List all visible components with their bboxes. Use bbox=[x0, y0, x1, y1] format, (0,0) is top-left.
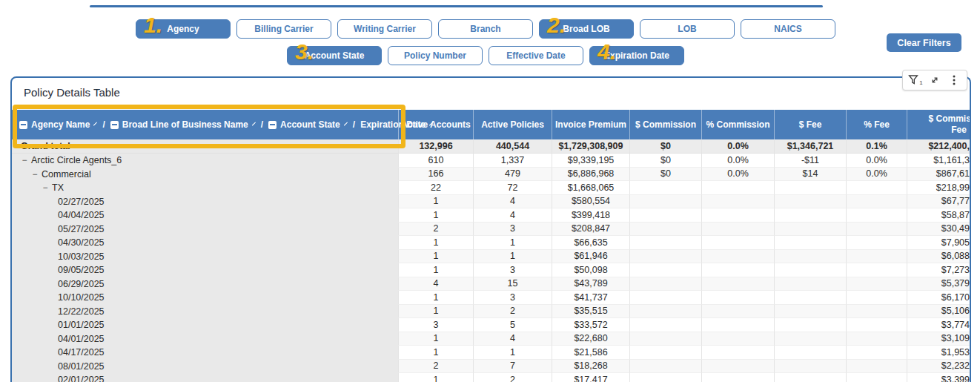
filter-button-effective-date[interactable]: Effective Date bbox=[489, 46, 583, 65]
group-column-header[interactable]: Agency Name/Broad Line of Business Name/… bbox=[12, 110, 398, 139]
value-cell: 2 bbox=[398, 360, 473, 374]
annotation-number-1: 1. bbox=[144, 14, 162, 36]
value-cell: 0.1% bbox=[846, 139, 907, 154]
table-row: 01/01/202535$33,572$3,774 bbox=[12, 318, 971, 332]
column-header-commission[interactable]: % Commission bbox=[701, 110, 774, 139]
collapse-icon[interactable]: − bbox=[21, 155, 28, 165]
filter-row-2: Account State3.Policy NumberEffective Da… bbox=[287, 46, 684, 65]
table-row: 06/29/2025415$43,789$5,379 bbox=[12, 277, 971, 292]
value-cell bbox=[846, 250, 907, 264]
clear-filters-button[interactable]: Clear Filters bbox=[887, 33, 961, 52]
chevron-down-icon[interactable] bbox=[252, 122, 256, 125]
filter-button-writing-carrier[interactable]: Writing Carrier bbox=[337, 19, 432, 39]
chevron-down-icon[interactable] bbox=[344, 122, 348, 125]
row-label-cell: −TX bbox=[12, 181, 398, 195]
filter-button-agency[interactable]: Agency1. bbox=[136, 19, 231, 39]
collapse-icon[interactable]: − bbox=[42, 182, 49, 193]
value-cell: 3 bbox=[398, 318, 473, 332]
group-header-separator: / bbox=[261, 119, 263, 130]
table-expand-icon[interactable] bbox=[925, 71, 944, 89]
value-cell: 1 bbox=[473, 250, 552, 264]
value-cell bbox=[629, 208, 701, 223]
column-header-commission-fee[interactable]: $ Commission Fee bbox=[907, 110, 971, 139]
value-cell bbox=[774, 236, 846, 250]
value-cell bbox=[846, 346, 907, 360]
value-cell: $22,680 bbox=[552, 332, 629, 346]
column-header-fee[interactable]: $ Fee bbox=[774, 110, 846, 139]
value-cell: $0 bbox=[629, 139, 701, 154]
value-cell: 72 bbox=[473, 181, 552, 195]
value-cell bbox=[629, 373, 701, 382]
filter-button-billing-carrier[interactable]: Billing Carrier bbox=[236, 19, 331, 39]
collapse-icon[interactable] bbox=[110, 121, 119, 129]
collapse-icon[interactable] bbox=[19, 121, 27, 129]
table-body: Grand total132,996440,544$1,729,308,909$… bbox=[12, 139, 971, 382]
value-cell: $867,61 bbox=[907, 168, 971, 182]
value-cell: $66,635 bbox=[552, 236, 629, 250]
row-label: 05/27/2025 bbox=[58, 224, 105, 234]
collapse-icon[interactable] bbox=[268, 121, 277, 129]
table-filter-icon[interactable]: 1 bbox=[906, 71, 925, 89]
value-cell: $30,49 bbox=[907, 223, 971, 237]
value-cell: 440,544 bbox=[473, 139, 552, 154]
value-cell: 3 bbox=[473, 291, 552, 305]
value-cell: $6,088 bbox=[907, 250, 971, 264]
group-header-broad-line-of-business-name: Broad Line of Business Name bbox=[122, 119, 248, 130]
value-cell: $18,268 bbox=[552, 360, 629, 374]
value-cell: $218,99 bbox=[907, 181, 971, 195]
collapse-icon[interactable]: − bbox=[31, 169, 39, 180]
filter-button-broad-lob[interactable]: Broad LOB2. bbox=[539, 19, 634, 39]
value-cell bbox=[774, 223, 846, 237]
top-divider bbox=[90, 5, 823, 7]
value-cell bbox=[774, 263, 846, 277]
table-kebab-menu-icon[interactable] bbox=[944, 71, 964, 89]
value-cell: $3,774 bbox=[907, 318, 971, 332]
filter-button-naics[interactable]: NAICS bbox=[741, 19, 835, 39]
value-cell: -$11 bbox=[774, 154, 846, 168]
group-header-account-state: Account State bbox=[280, 119, 340, 130]
value-cell bbox=[629, 236, 701, 250]
value-cell: 166 bbox=[398, 168, 473, 182]
row-label: 04/04/2025 bbox=[58, 210, 105, 220]
value-cell: 2 bbox=[473, 373, 552, 382]
value-cell: 2 bbox=[398, 223, 473, 237]
grand-total-row: Grand total132,996440,544$1,729,308,909$… bbox=[12, 139, 971, 154]
value-cell bbox=[774, 291, 846, 305]
row-label: 04/17/2025 bbox=[58, 347, 105, 358]
column-header-commission[interactable]: $ Commission bbox=[629, 110, 701, 139]
value-cell: $0 bbox=[629, 154, 701, 168]
row-label-cell: 02/01/2025 bbox=[12, 373, 398, 382]
filter-button-label: Branch bbox=[470, 24, 500, 34]
row-label: Grand total bbox=[21, 141, 70, 151]
filter-button-branch[interactable]: Branch bbox=[438, 19, 533, 39]
value-cell: 1 bbox=[398, 250, 473, 264]
value-cell bbox=[846, 305, 907, 319]
filter-button-expiration-date[interactable]: Expiration Date4. bbox=[589, 46, 684, 65]
value-cell bbox=[701, 291, 774, 305]
filter-button-policy-number[interactable]: Policy Number bbox=[388, 46, 483, 65]
column-header-fee[interactable]: % Fee bbox=[846, 110, 907, 139]
value-cell bbox=[629, 181, 701, 195]
column-header-active-accounts[interactable]: Active Accounts bbox=[398, 110, 473, 139]
column-header-label: $ Commission bbox=[635, 119, 696, 130]
filter-button-account-state[interactable]: Account State3. bbox=[287, 46, 382, 65]
filter-button-lob[interactable]: LOB bbox=[640, 19, 735, 39]
column-header-active-policies[interactable]: Active Policies bbox=[473, 110, 552, 139]
column-header-label: Active Policies bbox=[481, 119, 544, 130]
value-cell bbox=[701, 346, 774, 360]
row-label: 02/01/2025 bbox=[58, 375, 105, 382]
chevron-down-icon[interactable] bbox=[93, 122, 97, 125]
value-cell bbox=[774, 208, 846, 223]
row-label: Commercial bbox=[42, 169, 91, 180]
value-cell bbox=[774, 195, 846, 209]
value-cell: $43,789 bbox=[552, 277, 629, 292]
table-row: 04/01/202514$22,680$3,109 bbox=[12, 332, 971, 346]
value-cell: 4 bbox=[473, 195, 552, 209]
value-cell bbox=[846, 318, 907, 332]
column-header-invoice-premium[interactable]: Invoice Premium bbox=[552, 110, 629, 139]
value-cell: $1,346,721 bbox=[774, 139, 846, 154]
group-header-separator: / bbox=[353, 119, 355, 130]
value-cell: $21,586 bbox=[552, 346, 629, 360]
column-header-label: % Commission bbox=[706, 119, 769, 130]
table-row: 08/01/202527$18,268$2,232 bbox=[12, 360, 971, 374]
